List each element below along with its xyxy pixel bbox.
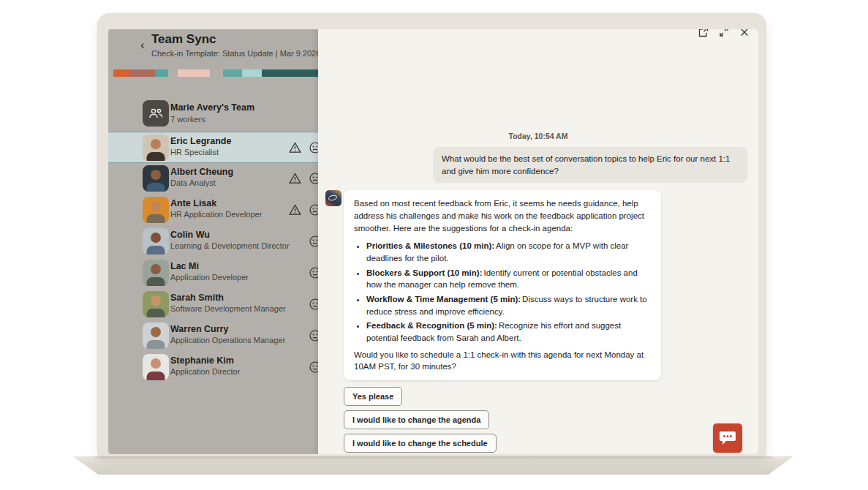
agenda-item: Feedback & Recognition (5 min):Recognize… [366,320,651,344]
avatar [143,291,169,317]
avatar [143,165,169,192]
digital-assistant-icon [325,190,341,206]
quick-reply-change-schedule[interactable]: I would like to change the schedule [344,434,497,453]
agenda-bullet-list: Priorities & Milestones (10 min):Align o… [354,240,651,344]
chat-bubble-icon [719,430,736,446]
user-message-row: What would be the best set of conversati… [318,147,758,183]
chat-launcher-button[interactable] [713,423,742,453]
page-subtitle: Check-in Template: Status Update | Mar 9… [151,49,334,58]
member-role: Learning & Development Director [170,241,290,250]
close-icon[interactable] [739,29,750,37]
member-name: Sarah Smith [170,293,286,303]
member-role: HR Application Developer [170,210,262,219]
agenda-item-title: Workflow & Time Management (5 min): [366,295,521,304]
resize-icon[interactable] [719,29,729,37]
page-title: Team Sync [151,32,216,47]
chat-timestamp: Today, 10:54 AM [318,132,758,140]
member-role: Application Director [170,367,240,376]
member-role: Application Operations Manager [170,336,285,344]
quick-reply-change-agenda[interactable]: I would like to change the agenda [344,410,489,429]
assistant-outro-text: Would you like to schedule a 1:1 check-i… [354,349,651,373]
avatar [143,260,169,286]
member-name: Eric Legrande [170,136,231,146]
group-name: Marie Avery's Team [170,102,254,113]
assistant-intro-text: Based on most recent feedback from Eric,… [354,197,651,234]
agenda-item: Workflow & Time Management (5 min):Discu… [366,293,651,317]
user-message-bubble: What would be the best set of conversati… [433,147,747,183]
quick-reply-yes-please[interactable]: Yes please [344,387,402,406]
chat-toolbar [698,29,750,37]
member-name: Ante Lisak [170,198,262,208]
chat-message-area: Today, 10:54 AM What would be the best s… [318,132,758,453]
team-people-icon [143,100,169,127]
assistant-message-card: Based on most recent feedback from Eric,… [344,190,661,380]
warning-icon [289,173,301,184]
assistant-message-row: Based on most recent feedback from Eric,… [318,190,758,380]
member-name: Albert Cheung [170,167,233,177]
member-role: Software Development Manager [170,304,286,313]
agenda-item: Blockers & Support (10 min):Identify cur… [366,267,651,291]
member-name: Lac Mi [170,261,249,271]
quick-reply-group: Yes please I would like to change the ag… [318,387,758,453]
member-name: Warren Curry [170,324,285,334]
avatar [143,197,169,223]
member-role: Application Developer [170,273,249,282]
group-info: Marie Avery's Team 7 workers [170,102,254,124]
agenda-item-title: Feedback & Recognition (5 min): [366,321,497,330]
group-worker-count: 7 workers [170,115,254,124]
laptop-bezel: ‹ Team Sync Check-in Template: Status Up… [97,13,766,456]
avatar [143,354,169,380]
avatar [143,228,169,255]
agenda-item-title: Priorities & Milestones (10 min): [366,241,494,250]
member-name: Stephanie Kim [170,355,240,366]
warning-icon [289,142,301,154]
avatar [143,323,169,349]
agenda-item-title: Blockers & Support (10 min): [366,268,482,277]
member-name: Colin Wu [170,230,290,240]
member-role: HR Specialist [170,148,231,157]
laptop-screen: ‹ Team Sync Check-in Template: Status Up… [108,29,758,454]
laptop-base [73,456,793,475]
agenda-item: Priorities & Milestones (10 min):Align o… [366,240,651,264]
assistant-chat-panel: Today, 10:54 AM What would be the best s… [318,29,758,454]
popout-icon[interactable] [698,29,709,37]
warning-icon [289,204,301,216]
back-button[interactable]: ‹ [136,37,149,53]
avatar [143,135,169,161]
member-role: Data Analyst [170,178,233,187]
